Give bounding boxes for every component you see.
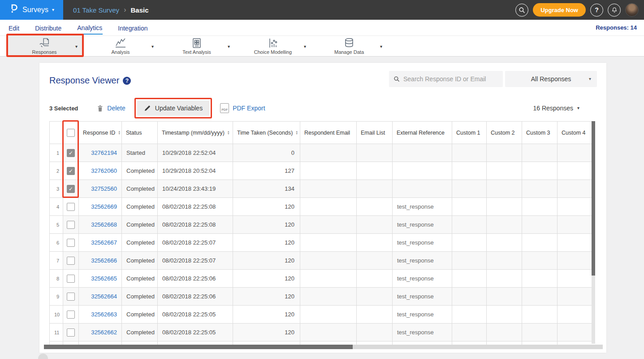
status-cell: Completed xyxy=(122,216,158,234)
nav-item-edit[interactable]: Edit xyxy=(8,22,20,34)
response-id-link[interactable]: 32562667 xyxy=(91,239,117,246)
custom4-cell xyxy=(558,288,592,306)
vertical-scrollbar-track[interactable] xyxy=(592,121,595,344)
row-number: 10 xyxy=(50,306,63,324)
response-id-link[interactable]: 32562669 xyxy=(91,203,117,210)
column-header[interactable]: Time Taken (Seconds)▲▼ xyxy=(233,122,300,144)
user-avatar[interactable] xyxy=(625,3,639,17)
page-title: Response Viewer ? xyxy=(49,75,131,86)
row-checkbox[interactable]: ✓ xyxy=(67,257,75,265)
update-variables-wrap: Update Variables xyxy=(137,101,209,116)
custom3-cell xyxy=(522,216,558,234)
response-id-cell: 32562667 xyxy=(79,234,122,252)
pdf-export-button[interactable]: PDF PDF Export xyxy=(220,103,265,113)
questionpro-logo-icon xyxy=(9,4,19,16)
row-checkbox[interactable]: ✓ xyxy=(67,311,75,319)
responses-dropdown-value: 16 Responses xyxy=(533,105,573,112)
horizontal-scrollbar-thumb[interactable] xyxy=(44,345,353,349)
custom1-cell xyxy=(452,180,487,198)
sort-icon[interactable]: ▲▼ xyxy=(227,131,230,135)
toolbar-item-label: Analysis xyxy=(112,49,130,55)
vertical-scrollbar-thumb[interactable] xyxy=(592,121,595,276)
table-row: 9✓32562664Completed08/02/2018 22:25:0612… xyxy=(50,288,592,306)
custom4-cell xyxy=(558,306,592,324)
row-checkbox[interactable]: ✓ xyxy=(67,203,75,211)
time-taken-cell: 127 xyxy=(233,162,300,180)
chevron-down-icon[interactable]: ▾ xyxy=(151,44,154,48)
sort-icon[interactable]: ▲▼ xyxy=(295,131,298,135)
time-taken-cell: 134 xyxy=(233,180,300,198)
custom2-cell xyxy=(487,324,522,341)
help-badge-icon[interactable]: ? xyxy=(123,77,131,85)
row-checkbox[interactable]: ✓ xyxy=(67,275,75,283)
chevron-down-icon[interactable]: ▾ xyxy=(304,44,306,48)
notifications-button[interactable] xyxy=(608,4,621,17)
external-reference-cell: test_response xyxy=(393,198,452,216)
custom2-cell xyxy=(487,306,522,324)
upgrade-now-button[interactable]: Upgrade Now xyxy=(533,3,586,17)
response-id-link[interactable]: 32562664 xyxy=(91,293,117,300)
time-taken-cell: 120 xyxy=(233,216,300,234)
nav-item-integration[interactable]: Integration xyxy=(117,22,148,34)
status-cell: Completed xyxy=(122,252,158,270)
response-id-link[interactable]: 32562665 xyxy=(91,275,117,282)
toolbar-item-manage-data[interactable]: Manage Data ▾ xyxy=(311,36,387,56)
custom2-cell xyxy=(487,216,522,234)
toolbar-item-responses[interactable]: Responses ▾ xyxy=(6,36,82,56)
column-header-label: Custom 2 xyxy=(491,130,515,136)
horizontal-scrollbar-track[interactable] xyxy=(44,345,603,349)
update-variables-button[interactable]: Update Variables xyxy=(137,101,209,116)
chevron-down-icon[interactable]: ▾ xyxy=(380,44,382,48)
row-checkbox[interactable]: ✓ xyxy=(67,167,75,175)
row-checkbox[interactable]: ✓ xyxy=(67,221,75,229)
custom4-cell xyxy=(558,270,592,288)
feedback-widget-sliver[interactable] xyxy=(38,354,48,359)
row-number: 1 xyxy=(50,144,63,162)
response-filter-dropdown[interactable]: All Responses ▾ xyxy=(505,71,597,87)
toolbar-item-analysis[interactable]: Analysis ▾ xyxy=(82,36,159,56)
response-id-link[interactable]: 32752560 xyxy=(91,185,117,192)
responses-per-page-dropdown[interactable]: 16 Responses ▾ xyxy=(533,105,579,112)
response-id-link[interactable]: 32562663 xyxy=(91,311,117,318)
timestamp-cell: 08/02/2018 22:25:06 xyxy=(158,288,233,306)
row-checkbox-cell: ✓ xyxy=(63,288,79,306)
respondent-email-cell xyxy=(300,180,357,198)
nav-item-distribute[interactable]: Distribute xyxy=(35,22,62,34)
column-header[interactable]: Response ID▲▼ xyxy=(79,122,122,144)
column-header[interactable]: Timestamp (mm/dd/yyyy)▲▼ xyxy=(158,122,233,144)
sort-icon[interactable]: ▲▼ xyxy=(118,131,121,135)
global-search-button[interactable] xyxy=(515,4,528,17)
trash-icon xyxy=(97,105,104,112)
custom4-cell xyxy=(558,324,592,341)
row-checkbox-cell: ✓ xyxy=(63,252,79,270)
custom1-cell xyxy=(452,216,487,234)
row-checkbox[interactable]: ✓ xyxy=(67,293,75,301)
help-button[interactable]: ? xyxy=(590,4,603,17)
response-id-link[interactable]: 32762060 xyxy=(91,167,117,174)
breadcrumb-survey-name[interactable]: 01 Take Survey xyxy=(73,6,119,14)
toolbar-item-text-analysis[interactable]: Text Analysis ▾ xyxy=(159,36,235,56)
delete-button[interactable]: Delete xyxy=(97,105,125,112)
row-checkbox[interactable]: ✓ xyxy=(67,185,75,193)
toolbar-item-choice-modelling[interactable]: Choice Modelling ▾ xyxy=(235,36,311,56)
custom4-cell xyxy=(558,198,592,216)
search-input[interactable] xyxy=(403,75,498,83)
chevron-down-icon[interactable]: ▾ xyxy=(228,44,230,48)
table-header-row: ✓Response ID▲▼StatusTimestamp (mm/dd/yyy… xyxy=(50,122,592,144)
response-id-link[interactable]: 32562666 xyxy=(91,257,117,264)
response-id-link[interactable]: 32562668 xyxy=(91,221,117,228)
row-checkbox[interactable]: ✓ xyxy=(67,328,75,337)
response-id-cell: 32762060 xyxy=(79,162,122,180)
response-id-link[interactable]: 32562662 xyxy=(91,329,117,336)
breadcrumb: 01 Take Survey › Basic xyxy=(73,6,148,14)
row-checkbox[interactable]: ✓ xyxy=(67,239,75,247)
select-all-checkbox[interactable]: ✓ xyxy=(67,129,75,137)
nav-item-analytics[interactable]: Analytics xyxy=(77,21,103,35)
custom1-cell xyxy=(452,270,487,288)
response-id-link[interactable]: 32762194 xyxy=(91,149,117,156)
column-header: Email List xyxy=(357,122,393,144)
product-switcher[interactable]: Surveys ▾ xyxy=(0,0,63,20)
row-checkbox[interactable]: ✓ xyxy=(67,149,75,157)
chevron-down-icon[interactable]: ▾ xyxy=(75,44,78,48)
breadcrumb-separator: › xyxy=(124,6,126,14)
